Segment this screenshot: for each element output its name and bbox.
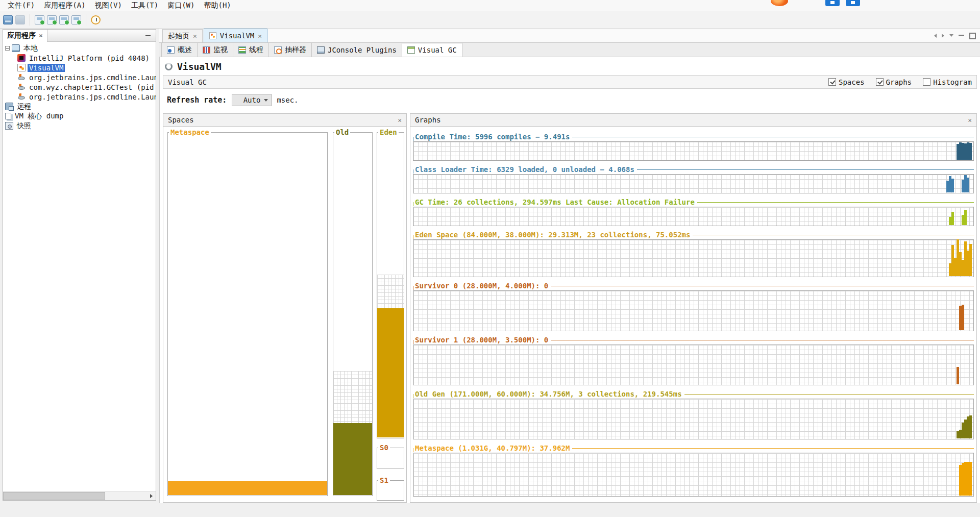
add-snapshot-icon[interactable] xyxy=(71,15,81,24)
tree-item-7[interactable]: VM 核心 dump xyxy=(3,111,156,121)
menu-item-1[interactable]: 应用程序(A) xyxy=(40,1,89,11)
refresh-rate-select[interactable]: Auto xyxy=(232,94,272,106)
legend-line xyxy=(697,202,974,203)
graph-bar xyxy=(962,305,964,330)
document-tab-bar: 起始页×VisualVM× xyxy=(159,29,980,43)
graph-section-eden-space: Eden Space (84.000M, 38.000M): 29.313M, … xyxy=(413,230,974,277)
tree-item-6[interactable]: 远程 xyxy=(3,102,156,111)
menu-item-2[interactable]: 视图(V) xyxy=(91,1,126,11)
close-icon[interactable]: × xyxy=(39,32,43,39)
tree-expander-icon[interactable] xyxy=(5,46,10,51)
graph-section-compile-time: Compile Time: 5996 compiles − 9.491s xyxy=(413,132,974,161)
close-icon[interactable]: × xyxy=(398,117,402,124)
subtab-线程[interactable]: 线程 xyxy=(233,43,269,57)
checkbox-spaces[interactable]: Spaces xyxy=(828,78,865,86)
applications-tree: 本地IntelliJ Platform (pid 4048)VisualVMor… xyxy=(3,42,156,491)
spaces-panel-header: Spaces × xyxy=(163,114,406,127)
minimize-icon[interactable] xyxy=(959,33,964,38)
subtab-label: 线程 xyxy=(249,45,263,55)
doc-tab-label: VisualVM xyxy=(220,32,254,40)
scroll-tabs-left-icon[interactable] xyxy=(934,34,937,38)
graph-section-survivor-0: Survivor 0 (28.000M, 4.000M): 0 xyxy=(413,281,974,331)
save-icon[interactable] xyxy=(15,15,25,24)
tree-item-label: IntelliJ Platform (pid 4048) xyxy=(28,54,151,62)
close-icon[interactable]: × xyxy=(193,33,197,39)
graphs-list: Compile Time: 5996 compiles − 9.491sClas… xyxy=(413,128,974,497)
tree-item-5[interactable]: org.jetbrains.jps.cmdline.Laun xyxy=(3,92,156,102)
doc-tab-1[interactable]: VisualVM× xyxy=(204,29,267,42)
minimize-sidebar-button[interactable] xyxy=(144,32,152,39)
work-area: 应用程序 × 本地IntelliJ Platform (pid 4048)Vis… xyxy=(0,29,980,503)
visualgc-icon xyxy=(407,46,415,54)
refresh-rate-label: Refresh rate: xyxy=(167,95,227,105)
maximize-icon[interactable] xyxy=(969,33,975,38)
old-committed-grid xyxy=(333,371,372,423)
open-file-icon[interactable] xyxy=(3,15,13,24)
background-blue-icon xyxy=(825,0,840,6)
graph-bar xyxy=(951,212,954,225)
doc-tab-label: 起始页 xyxy=(168,32,189,41)
subtab-抽样器[interactable]: 抽样器 xyxy=(269,43,312,57)
subtab-概述[interactable]: 概述 xyxy=(161,43,198,57)
add-jmx-connection-icon[interactable] xyxy=(47,15,57,24)
horizontal-scrollbar[interactable] xyxy=(3,491,156,500)
tree-item-3[interactable]: org.jetbrains.jps.cmdline.Laun xyxy=(3,72,156,82)
threads-icon xyxy=(238,46,246,54)
add-application-icon[interactable] xyxy=(35,15,44,24)
tree-item-1[interactable]: IntelliJ Platform (pid 4048) xyxy=(3,53,156,63)
menu-item-5[interactable]: 帮助(H) xyxy=(200,1,234,11)
graph-bar xyxy=(969,415,972,438)
subtab-label: JConsole Plugins xyxy=(328,46,397,54)
checkbox-checked-icon[interactable] xyxy=(876,78,884,86)
checkbox-graphs[interactable]: Graphs xyxy=(876,78,912,86)
tab-list-dropdown-icon[interactable] xyxy=(949,34,953,37)
background-window-fragment xyxy=(768,0,901,7)
checkbox-histogram[interactable]: Histogram xyxy=(923,78,972,86)
old-column: Old xyxy=(333,132,373,496)
checkbox-unchecked-icon[interactable] xyxy=(923,78,930,86)
tree-item-2[interactable]: VisualVM xyxy=(3,63,156,72)
tree-item-label: VisualVM xyxy=(28,64,65,72)
scroll-tabs-right-icon[interactable] xyxy=(942,34,944,38)
add-vm-coredump-icon[interactable] xyxy=(59,15,69,24)
menu-item-3[interactable]: 工具(T) xyxy=(128,1,162,11)
subtab-visual-gc[interactable]: Visual GC xyxy=(402,43,462,57)
graph-title-survivor-1: Survivor 1 (28.000M, 3.500M): 0 xyxy=(415,336,548,344)
subtab-jconsole-plugins[interactable]: JConsole Plugins xyxy=(312,43,402,57)
graph-bar xyxy=(957,367,959,384)
visualvm-icon xyxy=(209,32,216,39)
menu-item-0[interactable]: 文件(F) xyxy=(4,1,38,11)
scrollbar-thumb[interactable] xyxy=(3,492,105,500)
java-icon xyxy=(17,93,26,101)
graph-bar xyxy=(964,210,967,225)
graph-plot-eden-space xyxy=(413,239,974,277)
graph-bar xyxy=(951,179,954,192)
toolbar-separator xyxy=(30,14,30,26)
graph-bar xyxy=(969,244,972,276)
scrollbar-right-arrow-icon[interactable] xyxy=(147,492,156,500)
doc-tab-0[interactable]: 起始页× xyxy=(162,29,203,42)
legend-tick xyxy=(413,202,413,206)
view-subtab-bar: 概述监视线程抽样器JConsole PluginsVisual GC xyxy=(159,43,980,57)
tree-item-8[interactable]: 快照 xyxy=(3,121,156,131)
legend-line xyxy=(572,137,974,137)
tree-item-4[interactable]: com.wyz.chapter11.GCTest (pid 5 xyxy=(3,82,156,92)
menu-item-4[interactable]: 窗口(W) xyxy=(164,1,198,11)
legend-tick xyxy=(413,137,413,141)
subtab-label: 概述 xyxy=(178,45,192,55)
subtab-label: 监视 xyxy=(213,45,228,55)
graph-plot-old-gen xyxy=(413,399,974,439)
tab-applications[interactable]: 应用程序 × xyxy=(3,30,47,42)
spaces-panel-title: Spaces xyxy=(168,116,194,124)
close-icon[interactable]: × xyxy=(258,33,262,39)
display-option-checkboxes: SpacesGraphsHistogram xyxy=(828,78,972,86)
checkbox-checked-icon[interactable] xyxy=(828,78,836,86)
checkbox-label: Histogram xyxy=(933,78,972,86)
refresh-clock-icon[interactable] xyxy=(91,15,101,24)
close-icon[interactable]: × xyxy=(968,117,972,124)
subtab-label: Visual GC xyxy=(418,46,457,54)
subtab-label: 抽样器 xyxy=(285,45,306,55)
subtab-监视[interactable]: 监视 xyxy=(198,43,233,57)
tree-item-0[interactable]: 本地 xyxy=(3,43,156,53)
legend-tick xyxy=(413,394,413,398)
